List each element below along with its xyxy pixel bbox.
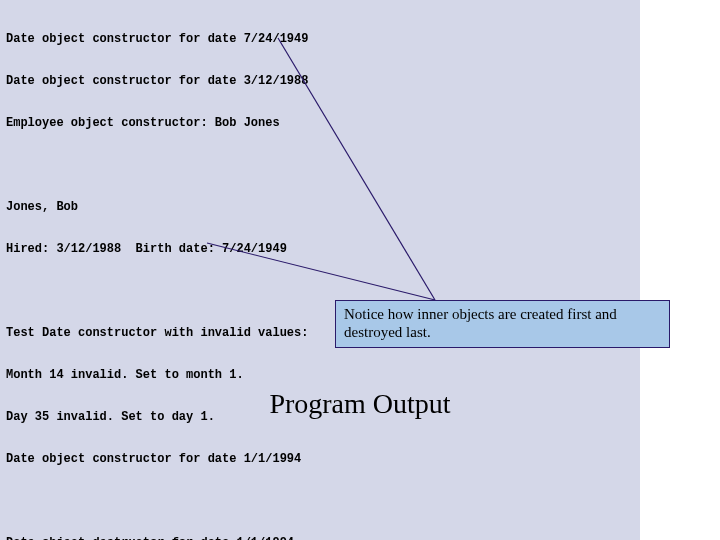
page-title: Program Output xyxy=(0,388,720,420)
output-line: Employee object constructor: Bob Jones xyxy=(6,116,634,130)
note-line: destroyed last. xyxy=(344,323,661,341)
destructor-block: Date object destructor for date 1/1/1994… xyxy=(6,508,634,540)
output-line: Date object constructor for date 3/12/19… xyxy=(6,74,634,88)
note-line: Notice how inner objects are created fir… xyxy=(344,305,661,323)
annotation-note: Notice how inner objects are created fir… xyxy=(335,300,670,348)
output-panel: Date object constructor for date 7/24/19… xyxy=(0,0,640,540)
output-line: Date object destructor for date 1/1/1994 xyxy=(6,536,634,540)
output-line: Hired: 3/12/1988 Birth date: 7/24/1949 xyxy=(6,242,634,256)
output-line: Month 14 invalid. Set to month 1. xyxy=(6,368,634,382)
constructor-block: Date object constructor for date 7/24/19… xyxy=(6,4,634,158)
output-line: Jones, Bob xyxy=(6,200,634,214)
output-line: Date object constructor for date 7/24/19… xyxy=(6,32,634,46)
employee-info-block: Jones, Bob Hired: 3/12/1988 Birth date: … xyxy=(6,172,634,284)
output-line: Date object constructor for date 1/1/199… xyxy=(6,452,634,466)
